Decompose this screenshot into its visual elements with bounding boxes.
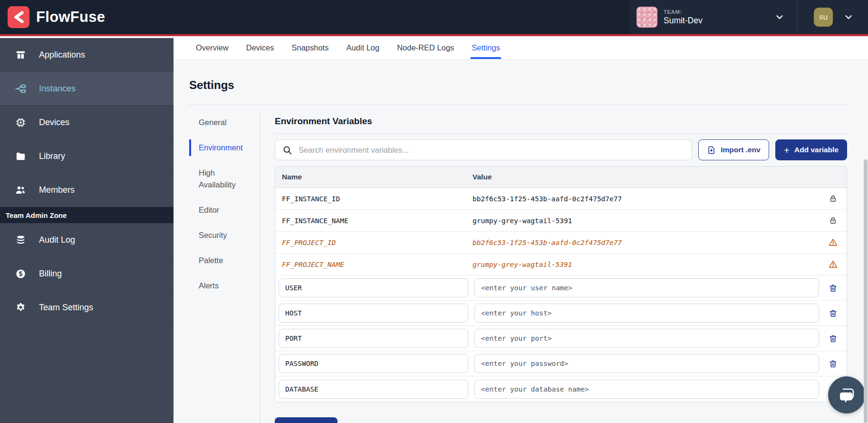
table-row-editable	[275, 326, 847, 351]
section-divider	[275, 133, 847, 134]
lock-icon	[819, 216, 847, 225]
audit-log-icon	[14, 235, 27, 246]
instances-icon	[14, 83, 27, 95]
env-var-name-input[interactable]	[279, 329, 468, 348]
env-var-name-input[interactable]	[279, 278, 468, 297]
sidebar-item-label: Members	[39, 185, 75, 195]
delete-variable-button[interactable]	[819, 309, 847, 318]
brand-logo[interactable]: FlowFuse	[0, 0, 105, 34]
environment-panel: Environment Variables Import .env	[260, 112, 847, 423]
env-var-value-input[interactable]	[474, 329, 819, 348]
env-var-name-input[interactable]	[279, 380, 468, 399]
team-admin-zone-label: Team Admin Zone	[0, 207, 174, 223]
applications-icon	[14, 49, 27, 60]
sidebar-item-applications[interactable]: Applications	[0, 38, 174, 72]
brand-name: FlowFuse	[36, 9, 105, 26]
sidebar-item-billing[interactable]: $ Billing	[0, 257, 174, 291]
billing-icon: $	[14, 268, 27, 279]
tab-settings[interactable]: Settings	[471, 38, 501, 59]
save-settings-button[interactable]: Save settings	[275, 417, 338, 423]
warning-icon	[819, 238, 847, 247]
plus-icon: +	[784, 145, 790, 155]
env-var-name: FF_INSTANCE_ID	[275, 195, 473, 203]
env-variables-table: Name Value FF_INSTANCE_ID bb2f6c53-1f25-…	[275, 166, 847, 402]
team-selector[interactable]: TEAM: Sumit-Dev	[630, 0, 797, 34]
subnav-item-environment[interactable]: Environment	[189, 142, 246, 154]
sidebar-item-members[interactable]: Members	[0, 173, 174, 207]
sidebar-nav: Applications Instances Devices Library M…	[0, 38, 174, 423]
svg-text:$: $	[18, 270, 22, 277]
env-var-value: grumpy-grey-wagtail-5391	[473, 261, 819, 268]
sidebar-item-label: Devices	[39, 118, 69, 128]
delete-variable-button[interactable]	[819, 284, 847, 293]
add-variable-button[interactable]: + Add variable	[775, 139, 847, 160]
section-title: Environment Variables	[275, 112, 847, 127]
env-var-name-input[interactable]	[279, 354, 468, 373]
scrollbar-thumb[interactable]	[864, 159, 868, 423]
tab-audit-log[interactable]: Audit Log	[345, 38, 380, 59]
sidebar-item-label: Library	[39, 151, 65, 161]
chevron-down-icon	[843, 12, 854, 22]
subnav-item-general[interactable]: General	[189, 117, 246, 128]
user-menu[interactable]: su	[797, 0, 868, 34]
flowfuse-logo-icon	[8, 6, 29, 28]
user-avatar: su	[814, 8, 833, 27]
sidebar-item-label: Billing	[39, 269, 62, 279]
devices-icon	[14, 117, 27, 128]
table-row-editable	[275, 351, 847, 376]
subnav-item-palette[interactable]: Palette	[189, 255, 246, 266]
sidebar-item-label: Instances	[39, 84, 76, 94]
chat-widget-button[interactable]	[828, 376, 865, 413]
delete-variable-button[interactable]	[819, 359, 847, 368]
sidebar-item-library[interactable]: Library	[0, 139, 174, 173]
tab-overview[interactable]: Overview	[195, 38, 230, 59]
sidebar-item-team-settings[interactable]: Team Settings	[0, 291, 174, 325]
subnav-item-alerts[interactable]: Alerts	[189, 280, 246, 292]
env-var-value-input[interactable]	[474, 304, 819, 323]
column-header-name: Name	[275, 173, 473, 181]
subnav-item-editor[interactable]: Editor	[189, 204, 246, 216]
sidebar-item-label: Audit Log	[39, 235, 75, 245]
env-var-name: FF_PROJECT_NAME	[275, 261, 473, 268]
column-header-value: Value	[473, 173, 819, 181]
table-row-editable	[275, 275, 847, 301]
env-var-value-input[interactable]	[474, 354, 819, 373]
env-var-value-input[interactable]	[474, 278, 819, 297]
table-row: FF_INSTANCE_NAME grumpy-grey-wagtail-539…	[275, 210, 847, 232]
chat-icon	[837, 385, 857, 405]
tab-devices[interactable]: Devices	[245, 38, 275, 59]
table-row: FF_INSTANCE_ID bb2f6c53-1f25-453b-aafd-0…	[275, 188, 847, 210]
sidebar-item-label: Applications	[39, 50, 85, 60]
env-var-value-input[interactable]	[474, 380, 819, 399]
library-icon	[14, 151, 27, 162]
gear-icon	[14, 302, 27, 313]
top-header: FlowFuse TEAM: Sumit-Dev su	[0, 0, 868, 36]
tab-node-red-logs[interactable]: Node-RED Logs	[396, 38, 455, 59]
members-icon	[14, 184, 27, 196]
table-row-editable	[275, 376, 847, 402]
sidebar-item-devices[interactable]: Devices	[0, 106, 174, 139]
sidebar-item-instances[interactable]: Instances	[0, 72, 174, 106]
lock-icon	[819, 195, 847, 203]
table-row-deprecated: FF_PROJECT_NAME grumpy-grey-wagtail-5391	[275, 254, 847, 275]
settings-subnav: General Environment High Availability Ed…	[189, 112, 260, 423]
team-avatar	[637, 7, 657, 28]
subnav-item-high-availability[interactable]: High Availability	[189, 167, 246, 191]
table-header: Name Value	[275, 167, 847, 188]
instance-tabbar: Overview Devices Snapshots Audit Log Nod…	[174, 38, 868, 59]
env-var-name-input[interactable]	[279, 304, 468, 323]
sidebar-item-audit-log[interactable]: Audit Log	[0, 223, 174, 257]
sidebar-item-label: Team Settings	[39, 303, 93, 313]
search-input[interactable]	[299, 146, 685, 155]
delete-variable-button[interactable]	[819, 334, 847, 343]
search-icon	[282, 145, 292, 155]
env-var-value: bb2f6c53-1f25-453b-aafd-0c2f475d7e77	[473, 195, 819, 203]
env-var-name: FF_PROJECT_ID	[275, 239, 473, 246]
team-label: TEAM:	[664, 9, 703, 15]
subnav-item-security[interactable]: Security	[189, 229, 246, 241]
import-env-button[interactable]: Import .env	[698, 139, 769, 160]
env-var-value: bb2f6c53-1f25-453b-aafd-0c2f475d7e77	[473, 239, 819, 246]
env-var-value: grumpy-grey-wagtail-5391	[473, 217, 819, 225]
tab-snapshots[interactable]: Snapshots	[290, 38, 329, 59]
table-row-deprecated: FF_PROJECT_ID bb2f6c53-1f25-453b-aafd-0c…	[275, 232, 847, 254]
